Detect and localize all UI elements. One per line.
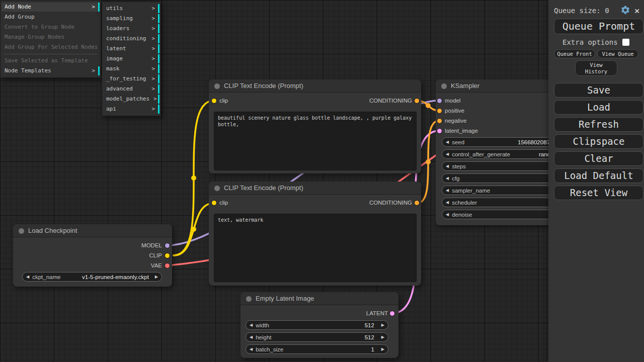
input-port-latent-image[interactable]	[437, 129, 442, 133]
output-port-vae[interactable]	[165, 263, 170, 268]
input-label-model: model	[445, 97, 460, 105]
decrement-arrow-icon[interactable]: ◀	[446, 186, 449, 195]
submenu-item-sampling[interactable]: sampling >	[103, 14, 159, 23]
queue-prompt-button[interactable]: Queue Prompt	[554, 19, 643, 34]
input-label-clip: clip	[219, 199, 228, 207]
output-label-clip: CLIP	[102, 251, 162, 259]
submenu-arrow-icon: >	[151, 64, 155, 73]
submenu-item-conditioning[interactable]: conditioning >	[103, 34, 159, 43]
save-button[interactable]: Save	[554, 83, 643, 98]
submenu-item-advanced[interactable]: advanced >	[103, 84, 159, 94]
load-button[interactable]: Load	[554, 100, 643, 115]
ckpt-name-combo[interactable]: ◀ ckpt_name v1-5-pruned-emaonly.ckpt ▶	[22, 272, 162, 282]
view-history-button[interactable]: View History	[575, 60, 617, 76]
menu-item-save-selected-as-template: Save Selected as Template	[2, 56, 100, 65]
widget-label: denoise	[452, 212, 472, 218]
decrement-arrow-icon[interactable]: ◀	[446, 150, 449, 158]
decrement-arrow-icon[interactable]: ◀	[446, 174, 449, 183]
submenu-item-image[interactable]: image >	[103, 54, 159, 63]
submenu-item-api[interactable]: api >	[103, 105, 159, 114]
close-icon[interactable]: ✕	[634, 5, 639, 16]
input-port-clip[interactable]	[212, 99, 216, 103]
menu-item-label: model_patches	[106, 95, 149, 104]
node-title-bar[interactable]: CLIP Text Encode (Prompt)	[209, 182, 421, 195]
submenu-item-for-testing[interactable]: _for_testing >	[103, 74, 159, 83]
settings-gear-icon[interactable]	[620, 5, 630, 15]
decrement-arrow-icon[interactable]: ◀	[250, 345, 253, 353]
input-port-model[interactable]	[437, 99, 442, 103]
widget-label: control_after_generate	[452, 151, 510, 157]
view-queue-button[interactable]: View Queue	[597, 49, 638, 58]
node-clip-text-encode-positive: CLIP Text Encode (Prompt) clip CONDITION…	[209, 79, 421, 173]
increment-arrow-icon[interactable]: ▶	[381, 345, 384, 353]
node-title-bar[interactable]: CLIP Text Encode (Prompt)	[209, 79, 421, 93]
collapse-dot-icon[interactable]	[214, 186, 220, 191]
submenu-arrow-icon: >	[151, 54, 155, 63]
output-port-clip[interactable]	[165, 253, 170, 258]
collapse-dot-icon[interactable]	[441, 83, 447, 89]
widget-label: width	[256, 322, 269, 328]
menu-item-label: Node Templates	[5, 66, 51, 75]
prompt-textarea[interactable]: text, watermark	[214, 214, 417, 282]
input-port-clip[interactable]	[212, 201, 216, 205]
output-port-model[interactable]	[165, 243, 170, 248]
clipspace-button[interactable]: Clipspace	[554, 134, 643, 149]
batch-size-widget[interactable]: ◀ batch_size 1 ▶	[246, 344, 388, 354]
submenu-item-latent[interactable]: latent >	[103, 44, 159, 53]
extra-options-checkbox[interactable]	[622, 39, 629, 46]
increment-arrow-icon[interactable]: ▶	[155, 273, 158, 281]
prompt-textarea[interactable]: beautiful scenery nature glass bottle la…	[214, 112, 417, 170]
output-port-latent[interactable]	[390, 311, 394, 316]
decrement-arrow-icon[interactable]: ◀	[446, 138, 449, 146]
widget-label: sampler_name	[452, 188, 490, 194]
clear-button[interactable]: Clear	[554, 151, 643, 166]
increment-arrow-icon[interactable]: ▶	[381, 321, 384, 329]
queue-front-button[interactable]: Queue Front	[554, 49, 595, 58]
decrement-arrow-icon[interactable]: ◀	[26, 273, 29, 281]
load-default-button[interactable]: Load Default	[554, 168, 643, 183]
menu-item-node-templates[interactable]: Node Templates >	[2, 66, 100, 75]
node-title-bar[interactable]: Empty Latent Image	[240, 292, 398, 305]
submenu-item-model-patches[interactable]: model_patches >	[103, 95, 159, 104]
menu-item-label: Manage Group Nodes	[5, 33, 64, 42]
width-widget[interactable]: ◀ width 512 ▶	[246, 320, 388, 330]
increment-arrow-icon[interactable]: ▶	[381, 333, 384, 341]
refresh-button[interactable]: Refresh	[554, 117, 643, 132]
output-label-conditioning: CONDITIONING	[342, 97, 412, 105]
menu-item-add-node[interactable]: Add Node >	[2, 3, 100, 12]
decrement-arrow-icon[interactable]: ◀	[446, 198, 449, 207]
widget-value: 512	[365, 322, 374, 328]
height-widget[interactable]: ◀ height 512 ▶	[246, 332, 388, 342]
submenu-item-mask[interactable]: mask >	[103, 64, 159, 73]
widget-label: ckpt_name	[32, 274, 60, 280]
output-label-latent: LATENT	[328, 309, 388, 317]
decrement-arrow-icon[interactable]: ◀	[250, 321, 253, 329]
submenu-item-loaders[interactable]: loaders >	[103, 24, 159, 33]
collapse-dot-icon[interactable]	[246, 296, 252, 302]
reset-view-button[interactable]: Reset View	[554, 186, 643, 200]
widget-label: cfg	[452, 175, 459, 182]
input-label-negative: negative	[445, 117, 466, 125]
decrement-arrow-icon[interactable]: ◀	[446, 210, 449, 219]
collapse-dot-icon[interactable]	[214, 83, 220, 89]
input-port-negative[interactable]	[437, 119, 442, 123]
context-menu: Add Node > Add Group Convert to Group No…	[0, 0, 101, 78]
input-port-positive[interactable]	[437, 109, 442, 113]
submenu-item-utils[interactable]: utils >	[103, 4, 159, 13]
submenu-arrow-icon: >	[151, 105, 155, 114]
widget-label: seed	[452, 139, 464, 145]
menu-separator	[4, 54, 98, 54]
widget-label: steps	[452, 163, 466, 169]
output-label-model: MODEL	[102, 241, 162, 249]
collapse-dot-icon[interactable]	[19, 228, 24, 234]
output-label-vae: VAE	[102, 261, 162, 269]
decrement-arrow-icon[interactable]: ◀	[250, 333, 253, 341]
output-port-conditioning[interactable]	[415, 201, 419, 205]
node-clip-text-encode-negative: CLIP Text Encode (Prompt) clip CONDITION…	[209, 182, 421, 286]
node-title-bar[interactable]: Load Checkpoint	[13, 224, 172, 237]
menu-item-add-group[interactable]: Add Group	[2, 13, 100, 22]
decrement-arrow-icon[interactable]: ◀	[446, 162, 449, 170]
menu-item-label: Add Group For Selected Nodes	[5, 43, 98, 52]
node-title: CLIP Text Encode (Prompt)	[224, 182, 303, 195]
output-port-conditioning[interactable]	[415, 99, 419, 103]
